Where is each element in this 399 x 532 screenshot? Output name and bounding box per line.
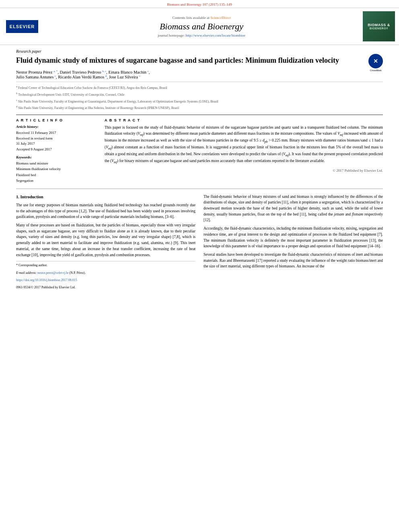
abstract-heading: A B S T R A C T [105, 118, 383, 122]
main-content: Research paper Fluid dynamic study of mi… [0, 45, 399, 297]
issn-line: 0961-9534/© 2017 Published by Elsevier L… [16, 285, 195, 290]
intro-para-2: Many of these processes are based on flu… [16, 222, 195, 258]
top-banner-text: Biomass and Bioenergy 107 (2017) 135–149 [167, 2, 232, 6]
crossmark-badge: ✕ CrossMark [368, 54, 383, 68]
authors-line: Nestor Proenza Pérez a, *, Daniel Travie… [16, 69, 383, 79]
affiliation-c: c São Paulo State University, Faculty of… [16, 98, 383, 104]
keyword-1: Biomass sand mixture [16, 161, 48, 165]
authors-text: Nestor Proenza Pérez a, *, Daniel Travie… [16, 70, 150, 80]
footnote-corresponding: * Corresponding author. [16, 263, 195, 268]
title-row: Fluid dynamic study of mixtures of sugar… [16, 56, 383, 69]
science-direct-link[interactable]: ScienceDirect [210, 16, 230, 20]
introduction-col-right: The fluid-dynamic behavior of binary mix… [204, 194, 383, 293]
abstract-text: This paper is focused on the study of fl… [105, 125, 383, 165]
journal-header-center: Contents lists available at ScienceDirec… [44, 16, 359, 37]
affiliations: a Federal Center of Technological Educat… [16, 82, 383, 111]
intro-para-1: The use for energy purposes of biomass m… [16, 202, 195, 220]
homepage-url[interactable]: http://www.elsevier.com/locate/biombioe [186, 33, 245, 37]
science-direct-line: Contents lists available at ScienceDirec… [44, 16, 359, 20]
homepage-line: journal homepage: http://www.elsevier.co… [44, 33, 359, 37]
introduction-section: 1. Introduction The use for energy purpo… [16, 194, 383, 293]
footnote-block: * Corresponding author. E-mail address: … [16, 261, 195, 290]
article-revised-label: Received in revised form [16, 136, 53, 140]
article-title: Fluid dynamic study of mixtures of sugar… [16, 56, 364, 65]
intro-para-4: Accordingly, the fluid-dynamic character… [204, 226, 383, 249]
email-link[interactable]: nestor.perez@cefet-rj.br [37, 271, 69, 275]
journal-header-left: ELSEVIER [4, 20, 40, 33]
crossmark-label: CrossMark [368, 69, 383, 72]
article-info-abstract: A R T I C L E I N F O Article history: R… [16, 115, 383, 184]
keyword-4: Segregation [16, 179, 33, 183]
intro-para-3: The fluid-dynamic behavior of binary mix… [204, 194, 383, 224]
footnote-email: E-mail address: nestor.perez@cefet-rj.br… [16, 271, 195, 275]
keyword-2: Minimum fluidization velocity [16, 167, 61, 171]
article-history-label: Article history: [16, 125, 97, 129]
page: Biomass and Bioenergy 107 (2017) 135–149… [0, 0, 399, 532]
intro-para-5: Several studies have been developed to i… [204, 252, 383, 269]
introduction-col-left: 1. Introduction The use for energy purpo… [16, 194, 195, 293]
article-received: Received 11 February 2017 Received in re… [16, 130, 97, 152]
copyright-line: © 2017 Published by Elsevier Ltd. [105, 168, 383, 173]
abstract-column: A B S T R A C T This paper is focused on… [105, 118, 383, 184]
top-banner: Biomass and Bioenergy 107 (2017) 135–149 [0, 0, 399, 8]
journal-title: Biomass and Bioenergy [44, 21, 359, 32]
affiliation-b: b Technological Development Unit–UDT, Un… [16, 91, 383, 97]
article-info-column: A R T I C L E I N F O Article history: R… [16, 118, 97, 184]
crossmark-icon: ✕ [368, 54, 383, 68]
journal-logo-right: BIOMASS & BIOENERGY [363, 11, 395, 41]
article-info-heading: A R T I C L E I N F O [16, 118, 97, 122]
affiliation-a: a Federal Center of Technological Educat… [16, 84, 383, 90]
keywords-list: Biomass sand mixture Minimum fluidizatio… [16, 160, 97, 184]
doi-url[interactable]: https://doi.org/10.1016/j.biombioe.2017.… [16, 278, 77, 282]
doi-line: https://doi.org/10.1016/j.biombioe.2017.… [16, 278, 195, 283]
article-type-label: Research paper [16, 49, 383, 53]
intro-section-title: 1. Introduction [16, 194, 195, 200]
journal-header: ELSEVIER Contents lists available at Sci… [0, 8, 399, 45]
section-divider [16, 189, 383, 189]
article-revised-date: 31 July 2017 [16, 142, 35, 146]
elsevier-logo: ELSEVIER [6, 20, 38, 33]
affiliation-d: d São Paulo State University, Faculty of… [16, 105, 383, 111]
keywords-label: Keywords: [16, 155, 97, 159]
keyword-3: Fluidized bed [16, 173, 36, 177]
